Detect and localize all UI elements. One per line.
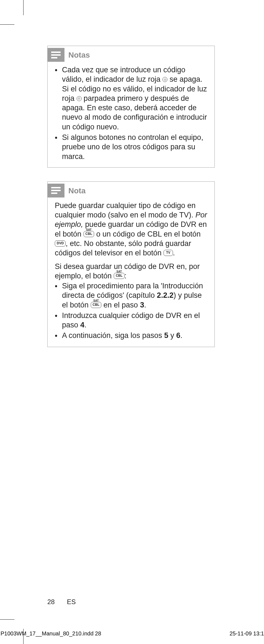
notas-box: Notas • Cada vez que se introduce un cód…	[47, 46, 215, 168]
page-frame: Notas • Cada vez que se introduce un cód…	[24, 25, 264, 619]
notas-title: Notas	[68, 50, 90, 60]
notas-item-2: Si algunos botones no controlan el equip…	[62, 133, 208, 161]
content-area: Notas • Cada vez que se introduce un cód…	[24, 25, 223, 347]
bullet-icon: •	[55, 65, 57, 132]
slug-date: 25-11-09 13:1	[229, 630, 264, 637]
dvd-button-icon: DVD	[55, 240, 66, 247]
slug-file: P1003WM_17__Manual_80_210.indd 28	[1, 630, 101, 637]
nota-header: Nota	[48, 182, 214, 200]
cbl-sat-button-icon: CBL	[114, 273, 125, 279]
cropmark	[0, 24, 14, 25]
list-item: • Siga el procedimiento para la 'Introdu…	[55, 281, 208, 310]
cbl-sat-button-icon: CBL	[91, 302, 102, 308]
nota-item-3: A continuación, siga los pasos 5 y 6.	[62, 331, 182, 340]
nota-para-1: Puede guardar cualquier tipo de código e…	[55, 201, 208, 258]
bullet-icon: •	[55, 133, 57, 161]
list-item: • A continuación, siga los pasos 5 y 6.	[55, 331, 208, 340]
nota-box: Nota Puede guardar cualquier tipo de cód…	[47, 181, 215, 347]
slug-line: P1003WM_17__Manual_80_210.indd 28 25-11-…	[0, 630, 264, 637]
note-icon	[47, 48, 64, 62]
nota-body: Puede guardar cualquier tipo de código e…	[48, 200, 214, 347]
notas-header: Notas	[48, 46, 214, 64]
cbl-sat-button-icon: CBL	[84, 231, 94, 237]
record-icon	[162, 77, 167, 82]
nota-title: Nota	[68, 186, 86, 196]
page-number: 28	[47, 598, 55, 606]
page-lang: ES	[67, 598, 76, 606]
cropmark	[23, 0, 24, 15]
record-icon	[77, 96, 82, 101]
cropmark	[0, 619, 14, 620]
page-footer: 28 ES	[47, 598, 76, 606]
notas-body: • Cada vez que se introduce un código vá…	[48, 64, 214, 167]
nota-item-2: Introduzca cualquier código de DVR en el…	[62, 311, 208, 330]
list-item: • Si algunos botones no controlan el equ…	[55, 133, 208, 161]
notas-item-1: Cada vez que se introduce un código váli…	[62, 65, 208, 132]
nota-para-2: Si desea guardar un código de DVR en, po…	[55, 262, 208, 281]
list-item: • Cada vez que se introduce un código vá…	[55, 65, 208, 132]
nota-item-1: Siga el procedimiento para la 'Introducc…	[62, 281, 208, 310]
tv-button-icon: TV	[164, 250, 173, 256]
bullet-icon: •	[55, 311, 57, 330]
bullet-icon: •	[55, 281, 57, 310]
note-icon	[47, 184, 64, 197]
list-item: • Introduzca cualquier código de DVR en …	[55, 311, 208, 330]
bullet-icon: •	[55, 331, 57, 340]
